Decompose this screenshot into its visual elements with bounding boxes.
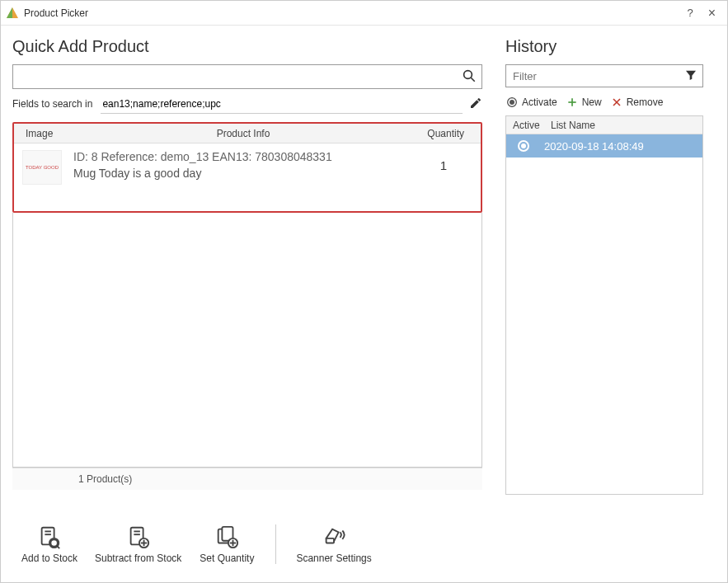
toolbar-separator [275, 524, 276, 564]
table-row[interactable]: TODAY GOOD ID: 8 Reference: demo_13 EAN1… [14, 143, 481, 191]
product-info-cell: ID: 8 Reference: demo_13 EAN13: 78030804… [62, 150, 415, 180]
history-list: Active List Name 2020-09-18 14:08:49 [505, 115, 703, 495]
hcol-name[interactable]: List Name [546, 120, 702, 131]
svg-rect-27 [326, 538, 334, 543]
fields-input[interactable] [101, 94, 463, 114]
fields-label: Fields to search in [12, 98, 92, 110]
history-actions: Activate New Remove [505, 94, 703, 110]
titlebar: Product Picker ? × [1, 1, 727, 26]
close-button[interactable]: × [708, 6, 716, 21]
new-label: New [582, 96, 602, 108]
history-item-selected[interactable]: 2020-09-18 14:08:49 [506, 134, 702, 158]
quick-add-heading: Quick Add Product [12, 37, 482, 56]
activate-button[interactable]: Activate [505, 96, 557, 109]
svg-marker-1 [7, 7, 12, 18]
help-button[interactable]: ? [687, 7, 693, 19]
quick-add-pane: Quick Add Product Fields to search in Im… [12, 34, 482, 495]
history-pane: History Activate New Remove Active [505, 34, 703, 495]
product-meta: ID: 8 Reference: demo_13 EAN13: 78030804… [73, 150, 415, 163]
subtract-from-stock-label: Subtract from Stock [95, 552, 181, 564]
product-table-header: Image Product Info Quantity [14, 124, 481, 143]
history-heading: History [505, 37, 703, 56]
active-radio-icon [518, 140, 529, 152]
col-qty[interactable]: Quantity [415, 128, 481, 139]
svg-line-15 [57, 546, 59, 548]
svg-point-5 [510, 101, 514, 105]
col-info[interactable]: Product Info [72, 128, 415, 139]
window-title: Product Picker [24, 7, 88, 19]
fields-to-search: Fields to search in [12, 94, 482, 114]
remove-label: Remove [627, 96, 664, 108]
product-name: Mug Today is a good day [73, 167, 415, 180]
search-box [12, 64, 482, 89]
history-item-name: 2020-09-18 14:08:49 [529, 140, 644, 153]
svg-point-2 [464, 70, 472, 78]
filter-icon[interactable] [684, 68, 697, 84]
product-table-body [12, 213, 482, 468]
add-to-stock-button[interactable]: Add to Stock [21, 524, 78, 564]
scanner-settings-button[interactable]: Scanner Settings [296, 524, 371, 564]
add-to-stock-label: Add to Stock [21, 552, 77, 564]
search-icon[interactable] [462, 68, 477, 86]
scanner-settings-label: Scanner Settings [296, 552, 371, 564]
product-table-highlight: Image Product Info Quantity TODAY GOOD I… [12, 122, 482, 213]
new-button[interactable]: New [566, 96, 602, 109]
product-qty: 1 [415, 150, 472, 172]
activate-label: Activate [522, 96, 557, 108]
set-quantity-button[interactable]: Set Quantity [198, 524, 256, 564]
filter-box [505, 64, 703, 87]
app-icon [6, 7, 19, 20]
col-image[interactable]: Image [14, 128, 72, 139]
filter-input[interactable] [511, 69, 684, 83]
hcol-active[interactable]: Active [506, 120, 546, 131]
product-count-footer: 1 Product(s) [12, 468, 482, 490]
edit-fields-icon[interactable] [463, 96, 482, 112]
product-thumbnail: TODAY GOOD [22, 150, 62, 185]
svg-line-3 [471, 78, 475, 82]
bottom-toolbar: Add to Stock Subtract from Stock Set Qua… [1, 511, 727, 577]
search-input[interactable] [18, 70, 462, 84]
remove-button[interactable]: Remove [610, 96, 664, 109]
subtract-from-stock-button[interactable]: Subtract from Stock [95, 524, 181, 564]
history-list-header: Active List Name [506, 116, 702, 134]
set-quantity-label: Set Quantity [200, 552, 254, 564]
